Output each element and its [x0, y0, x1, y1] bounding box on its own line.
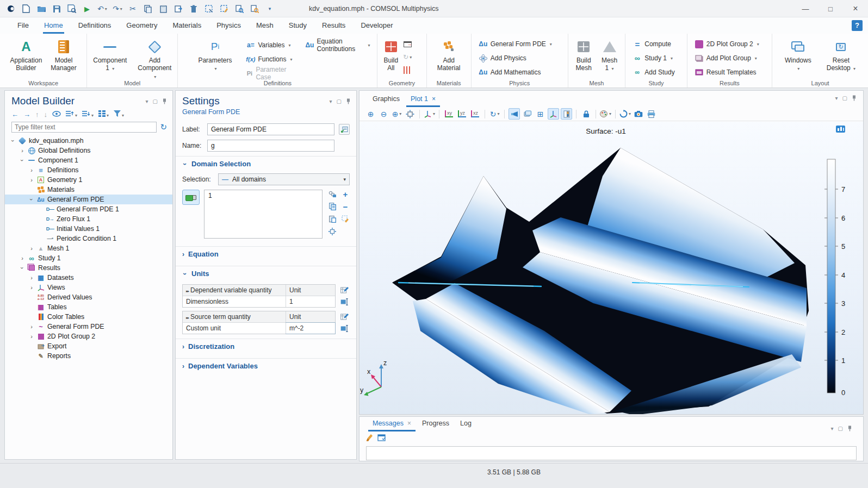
panel-menu-icon[interactable]: ▾ [146, 98, 148, 104]
study-1-button[interactable]: ∞Study 1▾ [631, 52, 676, 65]
change-unit-icon[interactable] [340, 297, 349, 306]
tree-item-2d-plot-group-2[interactable]: ›2D Plot Group 2 [5, 331, 172, 341]
tree-item-mesh-1[interactable]: ›▲Mesh 1 [5, 243, 172, 253]
save-button[interactable] [50, 2, 63, 15]
section-domain-selection[interactable]: ›Domain Selection [176, 156, 356, 171]
dependent-unit-cell[interactable]: 1 [286, 296, 335, 307]
snapshot-camera-icon[interactable] [633, 108, 644, 120]
chevron-icon[interactable]: › [29, 284, 34, 291]
windows-button[interactable]: Windows▾ [782, 36, 814, 73]
mesh-1-button[interactable]: Mesh 1 ▾ [599, 36, 620, 73]
insert-sequence-icon[interactable] [401, 39, 414, 49]
tree-item-export[interactable]: Export [5, 341, 172, 351]
move-down-icon[interactable]: ↓ [44, 110, 48, 118]
panel-float-icon[interactable]: ▢ [153, 98, 158, 104]
create-selection-icon[interactable] [328, 202, 337, 211]
edit-quantity-icon[interactable] [340, 285, 349, 294]
chevron-icon[interactable]: › [29, 245, 34, 252]
edit-quantity-icon[interactable] [340, 312, 349, 321]
undo-button[interactable]: ↶▾ [96, 2, 109, 15]
model-tree-nodes-icon[interactable]: ▾ [98, 110, 109, 118]
tab-progress[interactable]: Progress [417, 420, 455, 431]
view-yz-icon[interactable]: yz [456, 108, 468, 120]
label-field[interactable] [207, 123, 334, 135]
clear-messages-icon[interactable] [366, 434, 373, 443]
active-toggle-button[interactable] [182, 190, 200, 205]
remove-from-selection-icon[interactable]: − [341, 202, 350, 211]
tree-item-general-form-pde-1[interactable]: D—General Form PDE 1 [5, 204, 172, 214]
add-component-button[interactable]: Add Component ▾ [135, 36, 174, 81]
plot-3d-view[interactable]: Surface: -u1 [359, 122, 863, 414]
tree-item-reports[interactable]: ✎Reports [5, 351, 172, 361]
parameters-button[interactable]: Pi Parameters▾ [195, 36, 234, 73]
deselect-icon[interactable] [218, 2, 231, 15]
source-unit-cell[interactable]: m^-2 [286, 322, 336, 334]
application-builder-button[interactable]: A Application Builder [8, 36, 45, 73]
move-up-icon[interactable]: ↑ [35, 110, 39, 118]
find-icon[interactable] [233, 2, 246, 15]
panel-float-icon[interactable]: ▢ [838, 426, 843, 431]
add-material-button[interactable]: Add Material [435, 36, 463, 73]
menu-definitions[interactable]: Definitions [71, 17, 119, 34]
panel-float-icon[interactable]: ▢ [337, 98, 342, 104]
menu-study[interactable]: Study [281, 17, 314, 34]
selection-dropdown[interactable]: — All domains ▾ [218, 173, 350, 185]
close-tab-icon[interactable]: × [407, 420, 411, 427]
tree-item-study-1[interactable]: ›∞Study 1 [5, 253, 172, 263]
scene-light-icon[interactable] [522, 108, 533, 120]
chevron-icon[interactable]: › [19, 265, 26, 271]
panel-pin-icon[interactable] [346, 98, 351, 104]
tree-item-global-definitions[interactable]: ›Global Definitions [5, 146, 172, 155]
select-box-icon[interactable] [202, 2, 215, 15]
qat-customize-chevron-icon[interactable]: ▾ [263, 2, 276, 15]
run-button[interactable]: ▶ [80, 2, 94, 15]
menu-home[interactable]: Home [36, 17, 71, 34]
general-form-pde-ribbon-button[interactable]: ΔuGeneral Form PDE▾ [477, 37, 554, 51]
model-manager-button[interactable]: Model Manager [48, 36, 79, 73]
chevron-icon[interactable]: › [10, 138, 16, 143]
chevron-icon[interactable]: › [28, 197, 35, 202]
section-discretization[interactable]: ›Discretization [176, 339, 356, 354]
open-file-button[interactable] [35, 2, 48, 15]
refresh-filter-icon[interactable]: ↻ [160, 122, 167, 132]
paste-icon[interactable] [157, 2, 170, 15]
copy-selection-icon[interactable] [328, 190, 337, 198]
tree-item-color-tables[interactable]: Color Tables [5, 312, 172, 322]
zoom-box-icon[interactable]: ⊕▾ [391, 108, 402, 120]
tree-item-results[interactable]: ›Results [5, 263, 172, 273]
expand-all-icon[interactable]: ▾ [82, 110, 94, 118]
help-button[interactable]: ? [852, 20, 863, 31]
paste-selection-icon[interactable] [328, 215, 337, 223]
change-unit-icon[interactable] [340, 324, 349, 333]
lock-icon[interactable] [580, 108, 592, 120]
section-dependent-variables[interactable]: ›Dependent Variables [176, 358, 356, 373]
chevron-icon[interactable]: › [29, 333, 34, 340]
chevron-icon[interactable]: › [29, 177, 34, 183]
tree-item-initial-values-1[interactable]: D—Initial Values 1 [5, 224, 172, 234]
zoom-out-icon[interactable]: ⊖ [378, 108, 389, 120]
minimize-button[interactable]: — [793, 0, 818, 17]
chevron-icon[interactable]: › [29, 167, 34, 173]
update-geometry-icon[interactable]: ↻▾ [401, 52, 414, 62]
go-to-default-view-icon[interactable]: ▾ [424, 108, 435, 120]
messages-output[interactable] [366, 446, 857, 460]
chevron-icon[interactable]: › [20, 147, 25, 154]
add-to-selection-icon[interactable]: + [341, 190, 350, 198]
zoom-to-selection-icon[interactable] [328, 227, 337, 236]
show-icon[interactable] [52, 110, 61, 118]
tab-log[interactable]: Log [455, 420, 477, 431]
forward-icon[interactable]: → [23, 110, 30, 118]
chevron-icon[interactable]: › [19, 158, 26, 163]
update-plot-icon[interactable]: ▾ [619, 108, 631, 120]
copy-icon[interactable] [141, 2, 154, 15]
panel-menu-icon[interactable]: ▾ [835, 95, 838, 101]
tree-item-general-form-pde[interactable]: ›ΔuGeneral Form PDE [5, 195, 172, 204]
open-messages-window-icon[interactable] [377, 434, 386, 443]
equation-contributions-button[interactable]: ΔuEquation Contributions▾ [303, 39, 371, 52]
zoom-extents-icon[interactable] [404, 108, 416, 120]
menu-file[interactable]: File [10, 17, 36, 34]
transparency-icon[interactable] [509, 108, 520, 120]
filter-icon[interactable]: ▾ [114, 110, 124, 118]
domain-selection-list[interactable]: 1 [204, 190, 323, 239]
panel-float-icon[interactable]: ▢ [842, 95, 847, 101]
